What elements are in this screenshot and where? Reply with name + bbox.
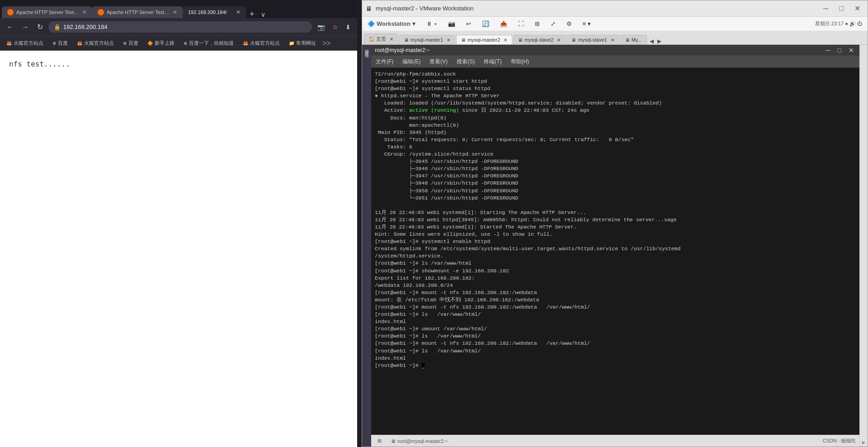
vm-menu-fullscreen[interactable]: ⛶ (513, 17, 529, 31)
term-menu-help[interactable]: 帮助(H) (506, 56, 534, 67)
bookmarks-bar: 🦊火狐官方站点 ⊕百度 🦊火狐官方站点 ⊕百度 🔶新手上路 ⊕百度一下，你就知道… (0, 36, 357, 51)
bookmark-icon[interactable]: ☆ (330, 22, 341, 33)
vm-menu-snapshot[interactable]: 📷 (443, 17, 461, 31)
tab-close-1[interactable]: ✕ (82, 9, 87, 15)
browser-tab-bar: Apache HTTP Server Test Pa... ✕ Apache H… (0, 0, 357, 18)
new-tab-button[interactable]: + (246, 10, 258, 18)
vm-menu-refresh[interactable]: 🔄 (476, 17, 495, 31)
bookmark-3[interactable]: 🦊火狐官方站点 (74, 39, 117, 48)
term-line-0: 72/run/php-fpm/zabbix.sock (375, 71, 856, 78)
tab-close-3[interactable]: ✕ (236, 9, 241, 15)
gnome-left-panel: 应用程序 位置 终端 (362, 45, 371, 447)
browser-content: nfs test...... (0, 51, 357, 447)
page-content: nfs test...... (9, 60, 348, 68)
status-label: root@mysql-master2:~ (397, 438, 448, 444)
bookmark-2[interactable]: ⊕百度 (50, 39, 71, 48)
bookmarks-overflow[interactable]: >> (322, 39, 331, 48)
bookmark-4[interactable]: ⊕百度 (120, 39, 141, 48)
term-line-38: [root@web1 ~]# ls /var/www/html/ (375, 347, 856, 355)
vm-tab-home[interactable]: 🏠 主页 ✕ (364, 33, 398, 44)
term-line-25: /system/httpd.service. (375, 252, 856, 260)
tab-close-2[interactable]: ✕ (173, 9, 177, 15)
vm-status-terminal-btn[interactable]: 🖥 root@mysql-master2:~ (388, 437, 451, 445)
screenshot-icon[interactable]: 📷 (315, 22, 328, 33)
term-menu-view[interactable]: 查看(V) (425, 56, 452, 67)
back-button[interactable]: ← (4, 21, 16, 33)
term-line-27: [root@web1 ~]# showmount -e 192.168.200.… (375, 267, 856, 275)
address-bar[interactable]: 🔒 192.168.200.184 (48, 21, 312, 33)
term-line-14: ├─3947 /usr/sbin/httpd -DFOREGROUND (375, 172, 856, 180)
status-terminal-icon: 🖥 (391, 438, 396, 444)
minimize-button[interactable]: ─ (820, 4, 832, 14)
term-line-5: Active: active (running) since 日 2022-11… (375, 107, 856, 114)
terminal-close[interactable]: ✕ (847, 47, 856, 54)
term-line-6: Docs: man:httpd(8) (375, 114, 856, 122)
tab-slave1-close[interactable]: ✕ (611, 38, 614, 43)
tab-home-close[interactable]: ✕ (390, 37, 393, 42)
vm-menu-revert[interactable]: ↩ (461, 17, 476, 31)
term-line-10: Tasks: 6 (375, 143, 856, 151)
vm-menu-settings[interactable]: ⚙ (561, 17, 577, 31)
vm-tab-my[interactable]: 🖥 My... (620, 35, 647, 44)
tab-menu-button[interactable]: ∨ (258, 11, 268, 18)
date-label: 星期日 23:17 (815, 21, 844, 26)
browser-tab-2[interactable]: Apache HTTP Server Test Pa... ✕ (92, 6, 183, 18)
vmware-logo-icon: 🔷 (368, 20, 375, 27)
term-line-3: ● httpd.service - The Apache HTTP Server (375, 92, 856, 100)
terminal-menubar: 文件(F) 编辑(E) 查看(V) 搜索(S) 终端(T) 帮助(H) (371, 56, 859, 68)
term-line-13: ├─3946 /usr/sbin/httpd -DFOREGROUND (375, 165, 856, 172)
maximize-button[interactable]: □ (835, 4, 847, 14)
power-icon: ⏻ (857, 21, 862, 26)
term-menu-search[interactable]: 搜索(S) (452, 56, 479, 67)
close-button[interactable]: ✕ (851, 3, 864, 14)
bookmark-5[interactable]: 🔶新手上路 (145, 39, 177, 48)
download-icon[interactable]: ⬇ (343, 22, 354, 33)
workstation-dropdown-icon: ▾ (412, 20, 415, 27)
tab-slave2-close[interactable]: ✕ (557, 38, 561, 43)
bookmark-8[interactable]: 📁常用网址 (286, 39, 319, 48)
browser-tab-3[interactable]: 192.168.200.184/ ✕ (183, 6, 246, 18)
vm-menu-resize[interactable]: ⤢ (545, 17, 561, 31)
vm-status-left-btn[interactable]: ⊞ (375, 437, 384, 445)
tabs-scroll-right[interactable]: ▶ (656, 38, 663, 44)
bookmark-7[interactable]: 🦊火狐官方站点 (240, 39, 283, 48)
vm-tab-slave1[interactable]: 🖥 mysql-slave1 ✕ (566, 35, 619, 44)
term-line-15: ├─3948 /usr/sbin/httpd -DFOREGROUND (375, 180, 856, 187)
vm-menu-more[interactable]: ≡ ▾ (577, 17, 596, 31)
term-menu-terminal[interactable]: 终端(T) (479, 56, 506, 67)
term-line-17: └─3951 /usr/sbin/httpd -DFOREGROUND (375, 195, 856, 202)
vm-tab-slave1-label: mysql-slave1 (578, 37, 607, 43)
reload-button[interactable]: ↻ (34, 21, 46, 33)
right-panel-scroll[interactable]: ▶ (862, 440, 865, 445)
vmware-window: 🖥 mysql-master2 - VMware Workstation ─ □… (362, 0, 868, 447)
vm-icon-1: 🖥 (404, 38, 409, 43)
terminal-maximize[interactable]: □ (836, 47, 843, 54)
firefox-favicon-2 (98, 9, 104, 15)
bookmark-1[interactable]: 🦊火狐官方站点 (4, 39, 46, 48)
terminal-title: root@mysql-master2:~ (375, 47, 430, 53)
vm-tab-master1[interactable]: 🖥 mysql-master1 ✕ (399, 35, 455, 44)
term-menu-edit[interactable]: 编辑(E) (398, 56, 425, 67)
term-line-7: man:apachectl(8) (375, 122, 856, 129)
terminal-minimize[interactable]: ─ (824, 47, 832, 54)
browser-tab-1[interactable]: Apache HTTP Server Test Pa... ✕ (2, 6, 92, 18)
vm-menu-send[interactable]: 📤 (495, 17, 513, 31)
term-line-20: 11月 20 22:48:03 web1 httpd[3945]: AH0055… (375, 216, 856, 224)
term-line-1: [root@web1 ~]# systemctl start httpd (375, 78, 856, 85)
term-line-8: Main PID: 3945 (httpd) (375, 129, 856, 136)
terminal-output[interactable]: 72/run/php-fpm/zabbix.sock [root@web1 ~]… (371, 68, 859, 435)
tab-master2-close[interactable]: ✕ (504, 38, 507, 43)
term-line-4: Loaded: loaded (/usr/lib/systemd/system/… (375, 100, 856, 107)
bookmark-6[interactable]: ⊕百度一下，你就知道 (181, 39, 236, 48)
vm-menu-pause[interactable]: ⏸ ▾ (421, 17, 443, 31)
vm-icon-4: 🖥 (571, 38, 576, 43)
forward-button[interactable]: → (19, 21, 32, 33)
vm-menu-unity[interactable]: ⊞ (529, 17, 545, 31)
vm-tab-master2[interactable]: 🖥 mysql-master2 ✕ (456, 35, 512, 44)
tab-master1-close[interactable]: ✕ (447, 38, 450, 43)
tabs-scroll-left[interactable]: ◀ (648, 38, 656, 44)
vm-tab-slave2[interactable]: 🖥 mysql-slave2 ✕ (513, 35, 566, 44)
term-menu-file[interactable]: 文件(F) (371, 56, 398, 67)
vm-tab-my-label: My... (632, 37, 642, 43)
term-line-40: [root@web1 ~]# █ (375, 362, 856, 369)
